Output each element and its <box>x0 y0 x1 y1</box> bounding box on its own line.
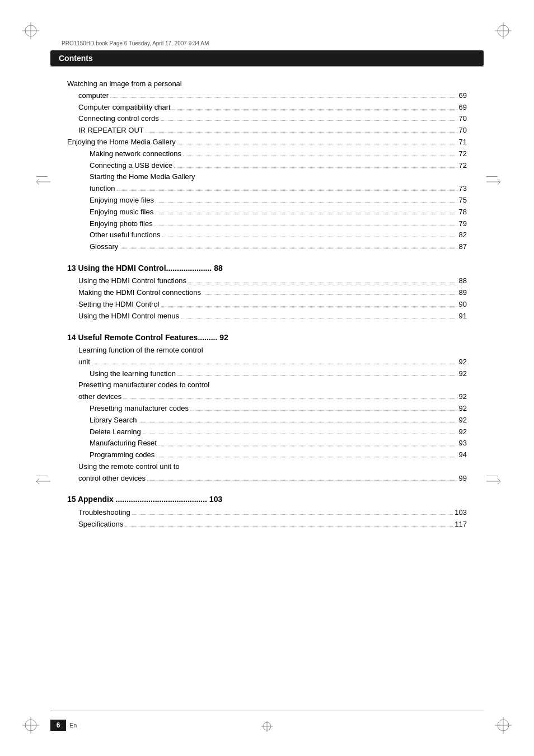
toc-dots <box>172 109 457 110</box>
toc-label: Starting the Home Media Gallery <box>90 171 195 183</box>
svg-line-23 <box>498 182 500 185</box>
toc-page: 73 <box>459 183 467 195</box>
toc-page: 87 <box>459 241 467 253</box>
toc-label: Specifications <box>78 519 123 530</box>
toc-item-mfg-reset: Manufacturing Reset 93 <box>67 438 467 449</box>
toc-label: Using the HDMI Control menus <box>78 311 179 322</box>
toc-dots <box>155 214 457 214</box>
page-container: PRO1150HD.book Page 6 Tuesday, April 17,… <box>0 0 534 756</box>
toc-dots <box>92 364 457 364</box>
toc-page: 92 <box>459 426 467 438</box>
toc-dots <box>123 398 457 399</box>
toc-dots <box>125 526 453 527</box>
toc-item-remote-2: control other devices 99 <box>67 473 467 485</box>
toc-dots <box>139 422 457 422</box>
h-rule-top <box>50 66 484 67</box>
toc-page: 75 <box>459 195 467 206</box>
margin-tick-right-bottom <box>486 476 498 476</box>
toc-page: 90 <box>459 299 467 311</box>
svg-line-22 <box>498 179 500 182</box>
section-13-heading: 13 Using the HDMI Control...............… <box>67 262 467 274</box>
toc-item-movie: Enjoying movie files 75 <box>67 195 467 206</box>
toc-item-starting-2: function 73 <box>67 183 467 195</box>
toc-label: unit <box>78 356 90 368</box>
toc-page: 69 <box>459 102 467 114</box>
toc-page: 94 <box>459 449 467 461</box>
toc-dots <box>203 294 457 295</box>
toc-label: Troubleshooting <box>78 507 130 519</box>
toc-item-hdmi-functions: Using the HDMI Control functions 88 <box>67 275 467 287</box>
toc-label: Learning function of the remote control <box>78 345 203 356</box>
toc-page: 103 <box>455 507 467 519</box>
h-rule-bottom <box>50 711 484 711</box>
toc-label: Presetting manufacturer codes to control <box>78 379 209 391</box>
svg-line-19 <box>36 478 39 481</box>
svg-line-25 <box>498 478 500 481</box>
toc-page: 117 <box>455 519 467 530</box>
page-footer: 6 En <box>50 720 77 731</box>
toc-page: 92 <box>459 368 467 380</box>
toc-dots <box>161 306 457 307</box>
toc-label: other devices <box>78 391 121 403</box>
toc-page: 72 <box>459 148 467 160</box>
file-info-text: PRO1150HD.book Page 6 Tuesday, April 17,… <box>62 40 209 46</box>
toc-label: Enjoying the Home Media Gallery <box>67 137 176 148</box>
toc-item-presetting-1: Presetting manufacturer codes to control <box>67 379 467 391</box>
corner-mark-tr <box>495 22 512 39</box>
toc-label: IR REPEATER OUT <box>78 125 144 137</box>
toc-label: Enjoying music files <box>90 206 153 218</box>
toc-dots <box>174 167 457 168</box>
toc-label: Connecting a USB device <box>90 160 172 172</box>
toc-label: control other devices <box>78 473 146 485</box>
toc-label: Glossary <box>90 241 118 253</box>
toc-item-using-learning: Using the learning function 92 <box>67 368 467 380</box>
toc-page: 92 <box>459 391 467 403</box>
toc-item-hdmi-menus: Using the HDMI Control menus 91 <box>67 311 467 322</box>
svg-line-26 <box>498 481 500 484</box>
toc-label: Using the HDMI Control functions <box>78 275 186 287</box>
toc-label: function <box>90 183 115 195</box>
toc-label: Making the HDMI Control connections <box>78 287 201 299</box>
toc-dots <box>110 97 457 98</box>
section-14-heading: 14 Useful Remote Control Features.......… <box>67 331 467 344</box>
toc-item-prog-codes: Programming codes 94 <box>67 449 467 461</box>
svg-line-17 <box>36 182 39 185</box>
toc-label: Delete Learning <box>90 426 141 438</box>
file-info: PRO1150HD.book Page 6 Tuesday, April 17,… <box>62 40 209 46</box>
toc-page: 69 <box>459 90 467 102</box>
toc-item-cords: Connecting control cords 70 <box>67 113 467 125</box>
toc-page: 70 <box>459 125 467 137</box>
toc-item-hdmi-connections: Making the HDMI Control connections 89 <box>67 287 467 299</box>
svg-line-20 <box>36 481 39 484</box>
toc-dots <box>161 120 457 121</box>
toc-dots <box>146 132 457 133</box>
toc-dots <box>162 237 457 237</box>
toc-page: 70 <box>459 113 467 125</box>
toc-label: Programming codes <box>90 449 154 461</box>
toc-item-learning-2: unit 92 <box>67 356 467 368</box>
toc-item-hdmi-setting: Setting the HDMI Control 90 <box>67 299 467 311</box>
corner-mark-tl <box>22 22 39 39</box>
page-number: 6 <box>57 721 60 729</box>
toc-dots <box>154 226 457 226</box>
toc-dots <box>177 144 457 144</box>
toc-item-useful: Other useful functions 82 <box>67 229 467 241</box>
toc-item-usb: Connecting a USB device 72 <box>67 160 467 172</box>
toc-item-network: Making network connections 72 <box>67 148 467 160</box>
toc-item-music: Enjoying music files 78 <box>67 206 467 218</box>
toc-dots <box>177 375 457 376</box>
toc-page: 92 <box>459 415 467 426</box>
toc-label: Other useful functions <box>90 229 160 241</box>
toc-page: 91 <box>459 311 467 322</box>
toc-item-watching-2: computer 69 <box>67 90 467 102</box>
toc-label: Using the learning function <box>90 368 176 380</box>
margin-tick-left-top <box>36 176 48 177</box>
header-bar: Contents <box>50 50 484 66</box>
toc-label: Enjoying photo files <box>90 218 153 230</box>
toc-item-learning-1: Learning function of the remote control <box>67 345 467 356</box>
toc-label: Computer compatibility chart <box>78 102 171 114</box>
toc-dots <box>120 248 457 249</box>
svg-line-16 <box>36 179 39 182</box>
corner-mark-br <box>495 717 512 734</box>
toc-page: 99 <box>459 473 467 485</box>
